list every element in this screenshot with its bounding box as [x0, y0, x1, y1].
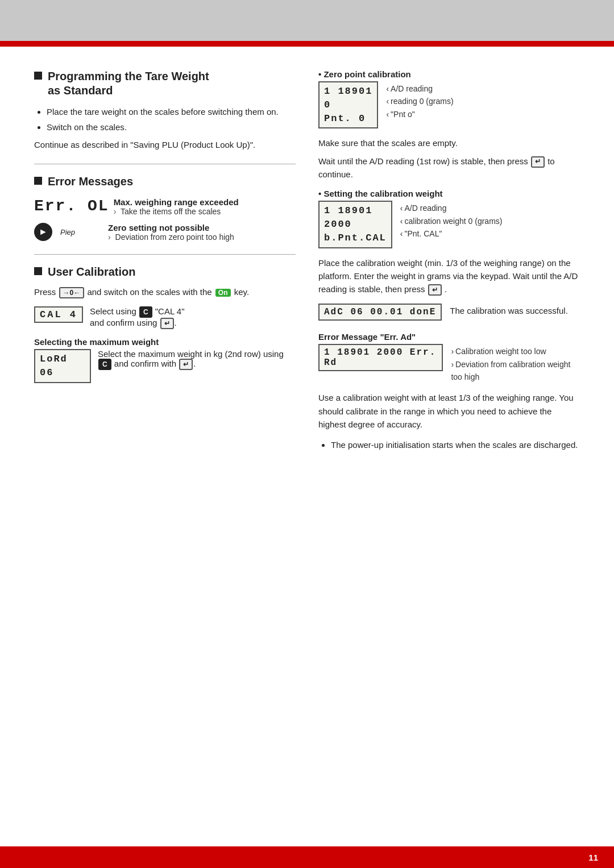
list-item: Place the tare weight on the scales befo…	[47, 106, 296, 119]
stable-key[interactable]: ↵	[428, 284, 442, 296]
error-messages-title-text: Error Messages	[48, 175, 133, 189]
arrow-icon2: ›	[108, 232, 111, 242]
cal-weight-para: Place the calibration weight (min. 1/3 o…	[318, 256, 580, 296]
adc-success-lcd: AdC 06 00.01 donE	[318, 304, 442, 321]
cal-weight-lcd: 1 18901 2000 b.Pnt.CAL	[318, 201, 392, 248]
load-lcd-display: LoRd 06	[34, 349, 91, 383]
c-key2[interactable]: C	[98, 359, 111, 370]
section-tare-weight: Programming the Tare Weight as Standard …	[34, 69, 296, 151]
calibration-weight-section: • Setting the calibration weight 1 18901…	[318, 189, 580, 296]
cal-weight-display-row: 1 18901 2000 b.Pnt.CAL ‹A/D reading ‹cal…	[318, 201, 580, 248]
cal-weight-desc: ‹A/D reading ‹calibration weight 0 (gram…	[400, 201, 503, 240]
divider2	[34, 254, 296, 255]
title-square-icon	[34, 72, 42, 80]
final-list: The power-up initialisation starts when …	[318, 439, 580, 452]
user-calibration-title: User Calibration	[34, 265, 296, 279]
zero-point-section: • Zero point calibration 1 18901 0 Pnt. …	[318, 69, 580, 181]
header-red	[0, 41, 614, 47]
zero-point-title: • Zero point calibration	[318, 69, 580, 79]
cal-lcd-display: CAL 4	[34, 306, 83, 323]
zero-setting-desc: › Deviation from zero point too high	[108, 232, 234, 242]
error-ol-desc: › Take the items off the scales	[114, 207, 239, 216]
piep-icon: ►	[34, 223, 52, 241]
page-number: 11	[588, 853, 598, 862]
title-square-icon2	[34, 177, 42, 185]
error-ol-display: Err. OL	[34, 197, 109, 216]
piep-text: Piep	[60, 228, 75, 236]
tare-weight-title-text: Programming the Tare Weight as Standard	[48, 69, 209, 98]
error-messages-title: Error Messages	[34, 175, 296, 189]
zero-point-display-row: 1 18901 0 Pnt. 0 ‹A/D reading ‹reading 0…	[318, 81, 580, 128]
zero-point-para1: Make sure that the scales are empty.	[318, 136, 580, 149]
error-ad-section: Error Message "Err. Ad" 1 18901 2000 Err…	[318, 332, 580, 383]
zero-point-lcd: 1 18901 0 Pnt. 0	[318, 81, 378, 128]
title-square-icon3	[34, 267, 42, 275]
error-ad-desc: ›Calibration weight too low ›Deviation f…	[451, 344, 580, 383]
list-item: The power-up initialisation starts when …	[331, 439, 580, 452]
error-ad-title: Error Message "Err. Ad"	[318, 332, 580, 342]
list-item: Switch on the scales.	[47, 121, 296, 134]
error-ol-label: Max. weighing range exceeded	[114, 197, 239, 207]
error-ad-display-row: 1 18901 2000 Err. Rd ›Calibration weight…	[318, 344, 580, 383]
section-user-calibration: User Calibration Press →0← and switch on…	[34, 265, 296, 383]
user-calibration-title-text: User Calibration	[48, 265, 135, 279]
error-ad-lcd: 1 18901 2000 Err. Rd	[318, 344, 443, 371]
header-gray	[0, 0, 614, 41]
error-zero-row: ► Piep Zero setting not possible › Devia…	[34, 223, 296, 242]
cal-step1: Press →0← and switch on the scales with …	[34, 287, 296, 298]
cal-weight-title: • Setting the calibration weight	[318, 189, 580, 198]
c-key[interactable]: C	[139, 306, 152, 318]
zero-key[interactable]: →0←	[59, 287, 85, 298]
zero-point-desc: ‹A/D reading ‹reading 0 (grams) ‹"Pnt o"	[386, 81, 453, 121]
left-column: Programming the Tare Weight as Standard …	[34, 69, 296, 456]
cal-step2: CAL 4 Select using C "CAL 4" and confirm…	[34, 306, 296, 329]
arrow-icon: ›	[114, 207, 117, 216]
tare-weight-list: Place the tare weight on the scales befo…	[34, 106, 296, 134]
section-error-messages: Error Messages Err. OL Max. weighing ran…	[34, 175, 296, 242]
tare-weight-title: Programming the Tare Weight as Standard	[34, 69, 296, 98]
right-column: • Zero point calibration 1 18901 0 Pnt. …	[318, 69, 580, 456]
continue-text: Continue as described in "Saving PLU (Pr…	[34, 138, 296, 151]
on-badge: On	[215, 289, 231, 297]
page-content: Programming the Tare Weight as Standard …	[0, 47, 614, 491]
zero-setting-label: Zero setting not possible	[108, 223, 234, 232]
footer-bar: 11	[0, 846, 614, 868]
max-weight-title: Selecting the maximum weight	[34, 337, 296, 347]
confirm-key[interactable]: ↵	[160, 318, 174, 329]
divider1	[34, 164, 296, 164]
continue-key[interactable]: ↵	[531, 156, 545, 168]
cal-step3: Selecting the maximum weight LoRd 06 Sel…	[34, 337, 296, 383]
zero-point-para2: Wait until the A/D reading (1st row) is …	[318, 155, 580, 181]
error-ol-row: Err. OL Max. weighing range exceeded › T…	[34, 197, 296, 216]
success-section: AdC 06 00.01 donE The calibration was su…	[318, 304, 580, 321]
confirm-key2[interactable]: ↵	[179, 359, 193, 370]
calibration-advice: Use a calibration weight with at least 1…	[318, 391, 580, 431]
